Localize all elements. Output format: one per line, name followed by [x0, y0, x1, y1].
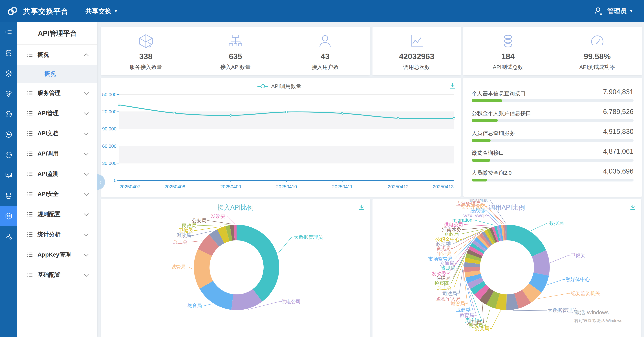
- stat-服务接入数量: 338服务接入数量: [101, 27, 190, 75]
- ranking-label: 人员缴费查询2.0: [472, 169, 512, 177]
- brand-logo-icon: [6, 5, 18, 17]
- list-icon: [27, 52, 33, 57]
- ranking-label: 个人基本信息查询接口: [472, 90, 526, 97]
- donut-label-教育局: 教育局: [187, 303, 202, 308]
- donut-label-审计局: 审计局: [437, 251, 452, 256]
- svg-text:150,000: 150,000: [101, 92, 116, 97]
- chevron-up-icon: [84, 53, 89, 58]
- ranking-bar-fill: [472, 159, 490, 162]
- svg-text:90,000: 90,000: [102, 126, 116, 132]
- stat-API测试成功率: 99.58%API测试成功率: [552, 27, 642, 75]
- donut-label-大数据管理员: 大数据管理员: [548, 307, 577, 313]
- platform-switcher[interactable]: 共享交换 ▼: [86, 7, 118, 16]
- list-icon: [27, 91, 33, 96]
- svg-text:120,000: 120,000: [101, 109, 116, 114]
- ranking-value: 6,789,526: [603, 108, 634, 116]
- donut-label-总工会: 总工会: [173, 239, 188, 245]
- sidebar-item-AppKey管理[interactable]: AppKey管理: [17, 245, 97, 265]
- user-name: 管理员: [607, 7, 627, 16]
- collapse-menu-icon: [5, 29, 12, 37]
- sidebar-item-服务管理[interactable]: 服务管理: [17, 83, 97, 103]
- rail-item-exchange[interactable]: [0, 145, 17, 165]
- download-icon[interactable]: [629, 203, 637, 211]
- donut-label-检察院: 检察院: [434, 280, 449, 286]
- monitor-gear-icon: [5, 171, 12, 179]
- donut-slice-数据局[interactable]: [507, 225, 546, 256]
- pie-title-call: 调用API比例: [372, 203, 641, 212]
- sidebar-item-API调用[interactable]: API调用: [17, 144, 97, 164]
- svg-text:20250412: 20250412: [388, 184, 408, 189]
- chevron-down-icon: [84, 151, 89, 156]
- stat-接入用户数: 43接入用户数: [280, 27, 370, 75]
- user-gear-icon: [5, 232, 12, 240]
- gauge-icon: [589, 33, 606, 50]
- stats-card-calls: 42032963调用总次数: [372, 27, 461, 75]
- sidebar-item-label: API管理: [38, 109, 84, 117]
- sidebar-item-label: AppKey管理: [38, 251, 84, 259]
- donut-label-财政局: 财政局: [176, 233, 191, 238]
- stat-API测试总数: 184API测试总数: [463, 27, 552, 75]
- stat-value: 635: [229, 52, 242, 61]
- exchange-icon: [5, 110, 12, 118]
- rail-item-api[interactable]: API: [0, 206, 17, 226]
- donut-label-司法局: 司法局: [442, 291, 457, 296]
- stat-value: 338: [139, 52, 152, 61]
- donut-label-交通局: 交通局: [440, 261, 454, 266]
- ranking-bar-fill: [472, 119, 498, 122]
- stat-label: 接入用户数: [312, 64, 338, 71]
- donut-slice-大数据管理员[interactable]: [236, 225, 279, 301]
- user-menu[interactable]: 管理员 ▼: [594, 6, 633, 16]
- sidebar-item-概况[interactable]: 概况: [17, 45, 97, 65]
- windows-activation-watermark: 激活 Windows 转到"设置"以激活 Windows。: [574, 309, 626, 323]
- ranking-bar-track: [472, 139, 634, 142]
- sidebar-subitem-概况[interactable]: 概况: [17, 65, 97, 83]
- ranking-bar-fill: [472, 99, 502, 102]
- access-api-pie-card: 接入API比例 大数据管理员供电公司教育局城管局总工会财政局卫健委民政局公安局发…: [101, 199, 370, 337]
- donut-label-卫健委: 卫健委: [571, 253, 586, 258]
- top-api-ranking-card: 个人基本信息查询接口7,904,831公积金个人账户信息接口6,789,526人…: [463, 78, 642, 197]
- sidebar-item-API管理[interactable]: API管理: [17, 103, 97, 123]
- rail-item-monitor-gear[interactable]: [0, 165, 17, 185]
- rail-item-exchange[interactable]: [0, 124, 17, 145]
- sidebar-item-API安全[interactable]: API安全: [17, 184, 97, 204]
- download-icon[interactable]: [358, 203, 366, 211]
- rail-item-user-gear[interactable]: [0, 226, 17, 247]
- sidebar-item-label: 概况: [38, 51, 84, 59]
- list-icon: [27, 171, 33, 176]
- exchange-icon: [5, 131, 12, 139]
- download-icon[interactable]: [448, 82, 456, 90]
- rail-item-collapse-menu[interactable]: [0, 22, 17, 43]
- icon-rail: API: [0, 22, 17, 337]
- api-calls-line-chart[interactable]: 030,00060,00090,000120,000150,0002025040…: [101, 78, 461, 197]
- donut-label-发改委: 发改委: [211, 213, 225, 219]
- rail-item-exchange[interactable]: [0, 104, 17, 124]
- svg-text:30,000: 30,000: [102, 161, 116, 166]
- sidebar-item-label: 规则配置: [38, 210, 84, 218]
- svg-text:20250409: 20250409: [220, 184, 241, 189]
- sidebar-item-API监测[interactable]: API监测: [17, 164, 97, 184]
- cardPieL-svg[interactable]: 大数据管理员供电公司教育局城管局总工会财政局卫健委民政局公安局发改委: [101, 199, 370, 337]
- svg-text:0: 0: [114, 178, 116, 183]
- list-icon: [27, 192, 33, 197]
- sidebar-item-统计分析[interactable]: 统计分析: [17, 224, 97, 245]
- data-point: [453, 117, 455, 119]
- sidebar-item-规则配置[interactable]: 规则配置: [17, 204, 97, 224]
- sidebar-item-API文档[interactable]: API文档: [17, 123, 97, 144]
- rail-item-database[interactable]: [0, 43, 17, 63]
- rail-item-database[interactable]: [0, 185, 17, 206]
- sidebar-item-基础配置[interactable]: 基础配置: [17, 265, 97, 285]
- data-point: [397, 117, 399, 119]
- list-icon: [27, 131, 33, 136]
- legend-api-calls[interactable]: API调用数量: [258, 83, 302, 89]
- list-icon: [27, 212, 33, 217]
- ranking-value: 4,915,830: [603, 128, 634, 136]
- sidebar-item-label: API调用: [38, 150, 84, 158]
- rail-item-layers[interactable]: [0, 63, 17, 84]
- rail-item-nodes[interactable]: [0, 84, 17, 104]
- svg-text:60,000: 60,000: [102, 143, 116, 149]
- donut-label-数据局: 数据局: [549, 220, 564, 226]
- chevron-down-icon: [84, 130, 89, 135]
- stats-card-tests: 184API测试总数99.58%API测试成功率: [463, 27, 642, 75]
- donut-label-教育局: 教育局: [460, 313, 474, 318]
- donut-label-资规局: 资规局: [441, 265, 456, 271]
